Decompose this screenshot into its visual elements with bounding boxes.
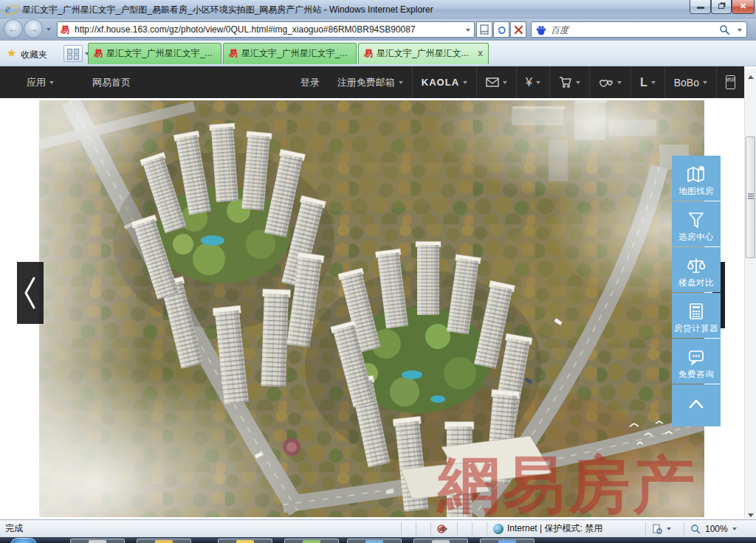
site-navbar: 应用 网易首页 登录 注册免费邮箱 KAOLA ¥ L BoBo 網易 [0, 66, 744, 98]
forward-button[interactable]: → [24, 19, 43, 38]
tab-close-icon[interactable]: x [478, 44, 483, 63]
nav-login[interactable]: 登录 [292, 66, 329, 98]
zoom-control[interactable]: 100% [684, 522, 756, 536]
nav-bobo[interactable]: BoBo [664, 66, 716, 98]
chevron-up-icon [685, 396, 707, 411]
stop-button[interactable] [510, 21, 526, 38]
nav-lofter[interactable]: L [630, 66, 664, 98]
zoom-level: 100% [705, 524, 728, 534]
search-box[interactable]: 百度 [531, 21, 747, 38]
baidu-logo-icon [535, 24, 547, 36]
nav-pay[interactable]: ¥ [516, 66, 549, 98]
navigation-bar: ← → 易 http://xf.house.163.com/gz/photo/v… [0, 18, 756, 41]
nav-love[interactable] [589, 66, 630, 98]
taskbar-item[interactable] [70, 539, 125, 543]
funnel-icon [687, 210, 706, 229]
tools-sidebar: 地图找房 选房中心 楼盘对比 [672, 156, 721, 427]
back-button[interactable]: ← [4, 19, 23, 38]
vertical-scrollbar[interactable] [744, 69, 756, 519]
chevron-left-icon [17, 262, 44, 324]
taskbar-item[interactable] [480, 539, 535, 543]
tab-3-active[interactable]: 易星汇文宇_广州星汇文... x [358, 43, 489, 64]
compatibility-view-button[interactable] [476, 21, 492, 38]
start-orb[interactable] [10, 538, 37, 543]
listing-photo: 網易房产 [39, 100, 704, 517]
previous-photo-button[interactable] [17, 262, 44, 324]
taskbar-item[interactable] [284, 539, 339, 543]
sidebar-mortgage-calculator-button[interactable]: 房贷计算器 [672, 293, 721, 338]
nav-apps[interactable]: 应用 [0, 66, 63, 98]
tab-label: 星汇文宇_广州星汇文... [377, 48, 469, 58]
browser-window: e 星汇文宇_广州星汇文宇_户型图_易眼看房_小区环境实拍图_网易房产广州站 -… [0, 0, 756, 543]
zone-text: Internet | 保护模式: 禁用 [507, 522, 602, 535]
mail-icon [486, 77, 499, 87]
taskbar-item[interactable] [218, 539, 272, 543]
scrollbar-thumb[interactable] [746, 136, 755, 258]
nav-register-mail[interactable]: 注册免费邮箱 [329, 66, 412, 98]
tab-favicon: 易 [94, 48, 103, 58]
scroll-down-arrow[interactable] [745, 507, 756, 519]
taskbar-item[interactable] [137, 539, 191, 543]
nav-netease-mobile[interactable]: 網易 [716, 66, 744, 98]
title-bar: e 星汇文宇_广州星汇文宇_户型图_易眼看房_小区环境实拍图_网易房产广州站 -… [0, 0, 756, 18]
ie-logo-icon: e [5, 2, 18, 15]
nav-home[interactable]: 网易首页 [83, 66, 140, 98]
status-bar: 完成 Internet | 保护模式: 禁用 1 [0, 519, 756, 537]
site-favicon: 易 [61, 24, 71, 35]
tab-label: 星汇文宇_广州星汇文宇_... [241, 48, 347, 58]
phone-icon: 網易 [726, 75, 735, 89]
cart-icon [559, 77, 572, 88]
favorites-label[interactable]: 收藏夹 [21, 49, 47, 61]
favorites-star-icon[interactable]: ★ [7, 46, 16, 60]
magnifier-icon [690, 524, 701, 534]
windows-taskbar[interactable] [0, 537, 756, 543]
status-text: 完成 [0, 522, 401, 535]
watermark: 網易房产 [436, 450, 698, 517]
close-button[interactable]: ✕ [732, 0, 755, 14]
taskbar-item[interactable] [347, 539, 402, 543]
hearts-icon [599, 77, 614, 88]
chat-bubble-icon [687, 347, 706, 367]
calculator-icon [687, 302, 706, 321]
page-actions-button[interactable] [645, 522, 684, 536]
nav-mail[interactable] [476, 66, 516, 98]
window-title: 星汇文宇_广州星汇文宇_户型图_易眼看房_小区环境实拍图_网易房产广州站 - W… [22, 4, 433, 16]
page-content: 应用 网易首页 登录 注册免费邮箱 KAOLA ¥ L BoBo 網易 [0, 66, 756, 519]
scales-icon [687, 256, 706, 275]
url-text[interactable]: http://xf.house.163.com/gz/photo/view/0Q… [75, 22, 416, 37]
address-dropdown-caret[interactable] [466, 29, 470, 32]
sidebar-map-search-button[interactable]: 地图找房 [672, 156, 721, 201]
tab-favicon: 易 [364, 48, 373, 58]
favorites-tab-bar: ★ 收藏夹 易星汇文宇_广州星汇文宇_... 易星汇文宇_广州星汇文宇_... … [0, 41, 756, 66]
search-icon[interactable] [719, 24, 730, 35]
recent-pages-caret[interactable] [47, 28, 51, 31]
inprivate-filter-indicator[interactable] [430, 522, 457, 536]
page-zoom-icon [652, 524, 662, 534]
tab-2[interactable]: 易星汇文宇_广州星汇文宇_... [223, 43, 357, 64]
tab-label: 星汇文宇_广州星汇文宇_... [106, 48, 212, 58]
tab-favicon: 易 [229, 48, 238, 58]
scroll-up-arrow[interactable] [745, 69, 756, 80]
nav-kaola[interactable]: KAOLA [412, 66, 476, 98]
sidebar-selection-center-button[interactable]: 选房中心 [672, 201, 721, 246]
eye-disabled-icon [437, 524, 449, 534]
address-bar[interactable]: 易 http://xf.house.163.com/gz/photo/view/… [57, 21, 475, 38]
sidebar-free-consult-button[interactable]: 免费咨询 [672, 339, 721, 384]
tab-1[interactable]: 易星汇文宇_广州星汇文宇_... [88, 43, 221, 64]
minimize-button[interactable] [690, 0, 711, 14]
search-engine-label[interactable]: 百度 [551, 24, 568, 36]
security-zone: Internet | 保护模式: 禁用 [487, 522, 645, 536]
refresh-button[interactable] [493, 21, 509, 38]
restore-button[interactable] [711, 0, 732, 14]
back-to-top-button[interactable] [672, 384, 721, 426]
internet-zone-icon [493, 524, 504, 534]
nav-cart[interactable] [549, 66, 589, 98]
search-options-caret[interactable] [738, 29, 742, 32]
sidebar-compare-button[interactable]: 楼盘对比 [672, 247, 721, 292]
quick-tabs-button[interactable] [63, 45, 83, 62]
map-pin-icon [686, 165, 707, 184]
taskbar-item[interactable] [413, 539, 468, 543]
